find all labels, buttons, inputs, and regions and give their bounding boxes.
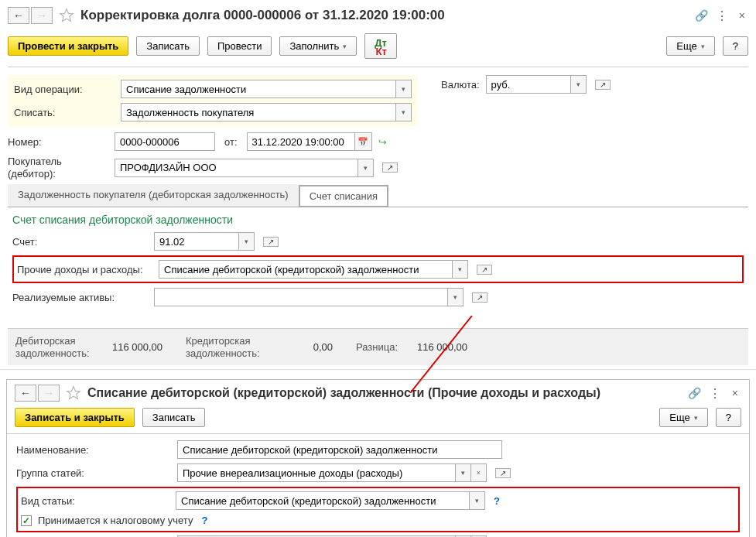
other-income-label: Прочие доходы и расходы: [17,264,152,275]
number-label: Номер: [8,136,108,148]
type-dropdown-icon[interactable]: ▾ [470,491,485,510]
kebab-menu-icon[interactable]: ⋮ [716,9,728,23]
more-button[interactable]: Еще [666,36,714,56]
dtkt-button[interactable]: ДтКт [364,33,397,59]
group-dropdown-icon[interactable]: ▾ [456,463,471,482]
number-input[interactable] [115,132,215,151]
type-input[interactable] [176,491,470,510]
write-off-dropdown-icon[interactable]: ▾ [396,103,412,121]
realized-open-icon[interactable]: ↗ [472,292,487,303]
other-income-open-icon[interactable]: ↗ [477,265,492,275]
save-and-close-button[interactable]: Записать и закрыть [15,408,135,427]
help-button-2[interactable]: ? [716,408,741,427]
diff-footer-value: 116 000,00 [405,341,467,353]
name-label: Наименование: [16,444,171,456]
account-dropdown-icon[interactable]: ▾ [239,232,255,251]
favorite-star-icon-2[interactable] [66,385,81,401]
account-open-icon[interactable]: ↗ [263,237,279,247]
buyer-input[interactable] [115,159,358,177]
buyer-open-icon[interactable]: ↗ [382,162,398,173]
currency-label: Валюта: [441,79,480,91]
tax-label: Принимается к налоговому учету [38,515,193,526]
write-off-input[interactable] [121,103,396,121]
group-open-icon[interactable]: ↗ [495,468,511,478]
nav-forward-button-2[interactable]: → [38,385,60,402]
realized-assets-input[interactable] [154,288,448,306]
section-title: Счет списания дебиторской задолженности [12,214,744,226]
save-button-2[interactable]: Записать [142,408,206,427]
op-type-input[interactable] [121,80,396,98]
link-icon[interactable]: 🔗 [695,9,708,22]
date-input[interactable] [247,132,355,151]
nav-back-button[interactable]: ← [8,7,29,24]
tab-debt[interactable]: Задолженность покупателя (дебиторская за… [8,184,299,207]
creditor-footer-value: 0,00 [271,341,333,353]
window-title: Корректировка долга 0000-000006 от 31.12… [80,8,689,23]
name-input[interactable] [177,440,502,459]
type-label: Вид статьи: [21,495,169,507]
realized-dropdown-icon[interactable]: ▾ [448,288,464,306]
kebab-menu-icon-2[interactable]: ⋮ [709,386,721,401]
nav-forward-button[interactable]: → [31,7,53,24]
currency-dropdown-icon[interactable]: ▾ [571,75,587,94]
tab-write-off-account[interactable]: Счет списания [299,185,388,207]
fill-button[interactable]: Заполнить [279,36,357,56]
buyer-label: Покупатель (дебитор): [8,156,108,180]
buyer-dropdown-icon[interactable]: ▾ [358,159,374,177]
calendar-icon[interactable]: 📅 [355,132,372,151]
type-help-icon[interactable]: ? [491,495,502,507]
nav-back-button-2[interactable]: ← [15,385,36,402]
favorite-star-icon[interactable] [59,8,74,23]
from-label: от: [224,136,238,148]
save-button[interactable]: Записать [136,36,200,56]
other-income-input[interactable] [159,260,453,279]
group-clear-icon[interactable]: × [471,463,487,482]
help-button[interactable]: ? [723,36,748,56]
debtor-footer-value: 116 000,00 [101,341,162,353]
tax-checkbox[interactable]: ✓ [21,515,32,526]
window2-title: Списание дебиторской (кредиторской) задо… [87,386,682,400]
more-button-2[interactable]: Еще [659,408,707,427]
debtor-footer-label: Дебиторская задолженность: [15,335,93,359]
account-label: Счет: [12,236,148,248]
currency-open-icon[interactable]: ↗ [595,80,611,90]
group-input[interactable] [177,463,456,482]
apply-date-icon[interactable]: ↪ [378,136,387,148]
creditor-footer-label: Кредиторская задолженность: [186,335,263,359]
write-off-label: Списать: [14,107,115,118]
other-income-dropdown-icon[interactable]: ▾ [453,260,468,279]
apply-button[interactable]: Провести [207,36,272,56]
close-button-2[interactable]: × [729,387,741,399]
tax-help-icon[interactable]: ? [199,515,210,526]
apply-and-close-button[interactable]: Провести и закрыть [8,36,128,56]
diff-footer-label: Разница: [356,341,398,353]
op-type-dropdown-icon[interactable]: ▾ [396,80,412,98]
group-label: Группа статей: [16,467,171,479]
realized-assets-label: Реализуемые активы: [12,292,148,303]
close-button[interactable]: × [736,9,748,22]
op-type-label: Вид операции: [14,84,115,95]
currency-input[interactable] [486,75,571,94]
account-input[interactable] [154,232,239,251]
link-icon-2[interactable]: 🔗 [688,387,701,399]
